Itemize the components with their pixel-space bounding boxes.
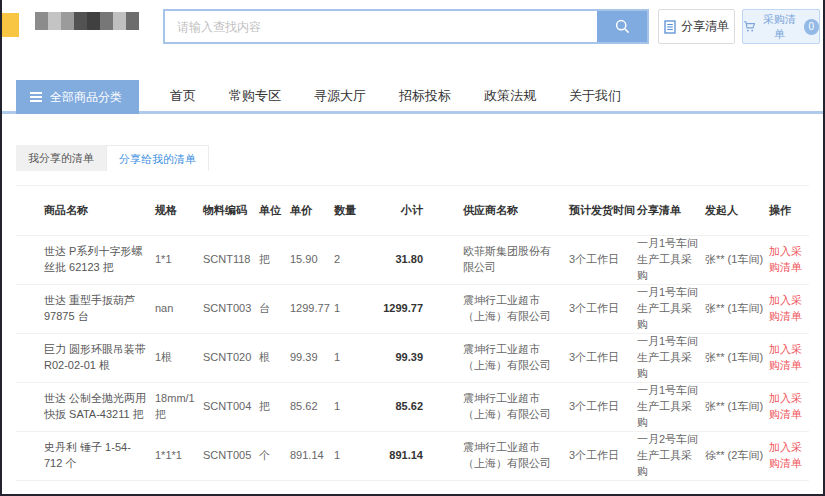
cell-supplier: 震坤行工业超市（上海）有限公司 bbox=[423, 440, 563, 472]
cell-shared-list: 一月1号车间生产工具采购 bbox=[637, 236, 705, 284]
cell-subtotal: 99.39 bbox=[362, 350, 423, 366]
cell-supplier: 震坤行工业超市（上海）有限公司 bbox=[423, 391, 563, 423]
add-to-cart-link[interactable]: 加入采购清单 bbox=[769, 244, 809, 276]
cell-shared-list: 一月1号车间生产工具采购 bbox=[637, 334, 705, 382]
cell-unit-price: 85.62 bbox=[290, 399, 334, 415]
cell-product-name: 世达 P系列十字形螺丝批 62123 把 bbox=[16, 244, 155, 276]
cell-unit: 台 bbox=[259, 301, 290, 317]
cell-initiator: 张** (1车间) bbox=[705, 252, 769, 268]
cell-subtotal: 891.14 bbox=[362, 448, 423, 464]
col-header-spec: 规格 bbox=[155, 203, 203, 218]
cell-initiator: 张** (1车间) bbox=[705, 301, 769, 317]
cell-unit-price: 99.39 bbox=[290, 350, 334, 366]
cell-unit: 把 bbox=[259, 252, 290, 268]
list-tabs: 我分享的清单 分享给我的清单 bbox=[16, 145, 209, 171]
cell-material-code: SCNT004 bbox=[203, 399, 259, 415]
cell-delivery-time: 3个工作日 bbox=[563, 448, 637, 464]
table-row: 巨力 圆形环眼吊装带 R02-02-01 根 1根 SCNT020 根 99.3… bbox=[16, 334, 809, 383]
nav-item-bidding[interactable]: 招标投标 bbox=[399, 80, 451, 114]
cell-product-name: 巨力 圆形环眼吊装带 R02-02-01 根 bbox=[16, 342, 155, 374]
cell-supplier: 震坤行工业超市（上海）有限公司 bbox=[423, 342, 563, 374]
col-header-material-code: 物料编码 bbox=[203, 203, 259, 218]
col-header-quantity: 数量 bbox=[334, 203, 362, 218]
cell-quantity: 2 bbox=[334, 252, 362, 268]
search-bar bbox=[163, 9, 649, 44]
cell-material-code: SCNT005 bbox=[203, 448, 259, 464]
table-row: 世达 重型手扳葫芦 97875 台 nan SCNT003 台 1299.77 … bbox=[16, 285, 809, 334]
shared-lists-table: 商品名称 规格 物料编码 单位 单价 数量 小计 供应商名称 预计发货时间 分享… bbox=[16, 185, 809, 481]
cell-unit: 把 bbox=[259, 399, 290, 415]
nav-item-about-us[interactable]: 关于我们 bbox=[569, 80, 621, 114]
add-to-cart-link[interactable]: 加入采购清单 bbox=[769, 342, 809, 374]
tab-lists-shared-to-me[interactable]: 分享给我的清单 bbox=[106, 145, 209, 171]
search-input[interactable] bbox=[165, 11, 597, 42]
cell-product-name: 世达 公制全抛光两用快扳 SATA-43211 把 bbox=[16, 391, 155, 423]
col-header-delivery-time: 预计发货时间 bbox=[563, 203, 637, 218]
cell-delivery-time: 3个工作日 bbox=[563, 301, 637, 317]
cell-initiator: 张** (1车间) bbox=[705, 350, 769, 366]
company-logo bbox=[35, 12, 139, 30]
cell-material-code: SCNT020 bbox=[203, 350, 259, 366]
col-header-initiator: 发起人 bbox=[705, 203, 769, 218]
all-categories-button[interactable]: 全部商品分类 bbox=[16, 80, 139, 114]
search-button[interactable] bbox=[597, 11, 647, 42]
table-header-row: 商品名称 规格 物料编码 单位 单价 数量 小计 供应商名称 预计发货时间 分享… bbox=[16, 186, 809, 236]
cell-product-name: 史丹利 锤子 1-54-712 个 bbox=[16, 440, 155, 472]
hamburger-menu-icon bbox=[30, 92, 42, 102]
cell-subtotal: 31.80 bbox=[362, 252, 423, 268]
add-to-cart-link[interactable]: 加入采购清单 bbox=[769, 391, 809, 423]
cell-material-code: SCNT003 bbox=[203, 301, 259, 317]
cell-unit-price: 15.90 bbox=[290, 252, 334, 268]
cell-spec: 18mm/1把 bbox=[155, 391, 203, 423]
share-list-button[interactable]: 分享清单 bbox=[658, 9, 735, 44]
add-to-cart-link[interactable]: 加入采购清单 bbox=[769, 293, 809, 325]
nav-item-sourcing-hall[interactable]: 寻源大厅 bbox=[314, 80, 366, 114]
cell-spec: 1根 bbox=[155, 350, 203, 366]
cell-quantity: 1 bbox=[334, 448, 362, 464]
col-header-subtotal: 小计 bbox=[362, 203, 423, 218]
col-header-unit-price: 单价 bbox=[290, 203, 334, 218]
nav-item-frequent-purchase[interactable]: 常购专区 bbox=[229, 80, 281, 114]
cell-supplier: 震坤行工业超市（上海）有限公司 bbox=[423, 293, 563, 325]
cell-quantity: 1 bbox=[334, 399, 362, 415]
cart-button-label: 采购清单 bbox=[758, 12, 800, 42]
col-header-action: 操作 bbox=[769, 203, 809, 218]
add-to-cart-link[interactable]: 加入采购清单 bbox=[769, 440, 809, 472]
cell-product-name: 世达 重型手扳葫芦 97875 台 bbox=[16, 293, 155, 325]
cell-unit-price: 891.14 bbox=[290, 448, 334, 464]
main-nav: 全部商品分类 首页 常购专区 寻源大厅 招标投标 政策法规 关于我们 bbox=[2, 80, 823, 114]
cell-quantity: 1 bbox=[334, 350, 362, 366]
cell-shared-list: 一月1号车间生产工具采购 bbox=[637, 285, 705, 333]
search-icon bbox=[614, 18, 631, 35]
cell-quantity: 1 bbox=[334, 301, 362, 317]
cell-supplier: 欧菲斯集团股份有限公司 bbox=[423, 244, 563, 276]
cell-delivery-time: 3个工作日 bbox=[563, 399, 637, 415]
cell-material-code: SCNT118 bbox=[203, 252, 259, 268]
page: 分享清单 采购清单 0 全部商品分类 首页 常购专区 寻源大厅 招标投标 政策法… bbox=[0, 0, 825, 496]
cell-delivery-time: 3个工作日 bbox=[563, 350, 637, 366]
cell-unit-price: 1299.77 bbox=[290, 301, 334, 317]
cell-initiator: 张** (1车间) bbox=[705, 399, 769, 415]
cell-shared-list: 一月2号车间生产工具采购 bbox=[637, 432, 705, 480]
col-header-product-name: 商品名称 bbox=[16, 203, 155, 218]
col-header-shared-list: 分享清单 bbox=[637, 203, 705, 218]
document-icon bbox=[664, 20, 676, 34]
all-categories-label: 全部商品分类 bbox=[50, 89, 122, 106]
col-header-supplier: 供应商名称 bbox=[423, 203, 563, 218]
table-row: 世达 P系列十字形螺丝批 62123 把 1*1 SCNT118 把 15.90… bbox=[16, 236, 809, 285]
cell-shared-list: 一月1号车间生产工具采购 bbox=[637, 383, 705, 431]
cell-spec: nan bbox=[155, 301, 203, 317]
cell-subtotal: 85.62 bbox=[362, 399, 423, 415]
nav-menu: 首页 常购专区 寻源大厅 招标投标 政策法规 关于我们 bbox=[170, 80, 621, 114]
tab-my-shared-lists[interactable]: 我分享的清单 bbox=[16, 145, 106, 171]
nav-item-policies[interactable]: 政策法规 bbox=[484, 80, 536, 114]
cell-spec: 1*1*1 bbox=[155, 448, 203, 464]
cell-subtotal: 1299.77 bbox=[362, 301, 423, 317]
share-list-label: 分享清单 bbox=[681, 18, 729, 35]
cart-count-badge: 0 bbox=[804, 19, 819, 35]
cell-unit: 个 bbox=[259, 448, 290, 464]
cart-icon bbox=[743, 20, 755, 33]
cell-initiator: 徐** (2车间) bbox=[705, 448, 769, 464]
nav-item-home[interactable]: 首页 bbox=[170, 80, 196, 114]
cart-button[interactable]: 采购清单 0 bbox=[742, 9, 820, 44]
